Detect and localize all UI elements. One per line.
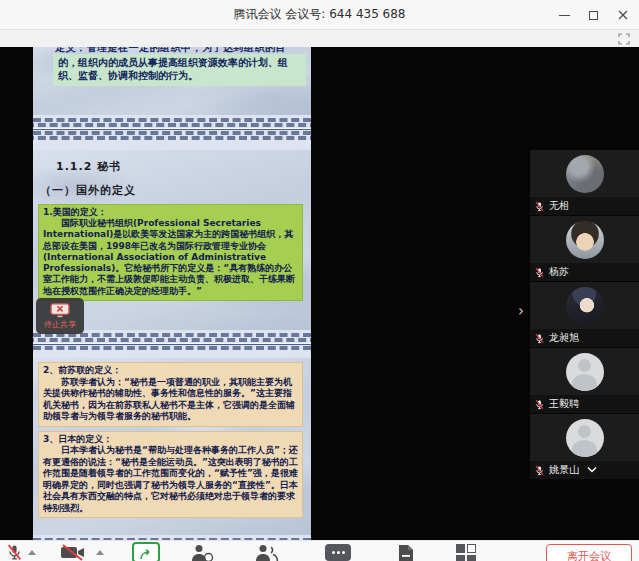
video-area (530, 282, 639, 329)
video-area (530, 348, 639, 395)
participant-name-bar: 杨苏 (530, 263, 639, 281)
avatar (566, 155, 604, 193)
square-icon (467, 555, 476, 561)
arrow-up-icon (28, 550, 36, 555)
fullscreen-icon (618, 33, 630, 45)
participant-name: 姚景山 (549, 463, 579, 477)
participant-name: 王毅聘 (549, 397, 579, 411)
members-icon (254, 544, 280, 561)
participant-name-bar: 姚景山 (530, 461, 639, 479)
avatar (566, 353, 604, 391)
participant-name: 杨苏 (549, 265, 569, 279)
slide3-box1-heading: 2、前苏联的定义： (43, 365, 298, 377)
slide3-japan-box: 3、日本的定义： 日本学者认为秘书是“帮助与处理各种事务的工作人员”；还有更通俗… (38, 431, 303, 519)
camera-button[interactable] (60, 544, 86, 561)
mic-button[interactable] (6, 544, 23, 561)
square-icon (456, 544, 465, 553)
square-icon (456, 555, 465, 561)
dot-icon (332, 551, 335, 554)
slide-1: 定义：管理是在一定的组织中，为了达到组织的目 的，组织内的成员从事提高组织资源效… (33, 47, 311, 115)
slide3-box2-body: 日本学者认为秘书是“帮助与处理各种事务的工作人员”；还有更通俗的说法：“秘书是全… (43, 445, 298, 514)
leave-meeting-button[interactable]: 离开会议 (546, 544, 632, 561)
slide-3: 2、前苏联的定义： 苏联学者认为：“秘书是一项普通的职业，其职能主要为机关提供称… (33, 358, 311, 535)
video-area (530, 216, 639, 263)
leave-meeting-label: 离开会议 (567, 549, 611, 561)
camera-muted-icon (60, 544, 86, 561)
participant-name: 龙昶旭 (549, 331, 579, 345)
mic-muted-icon (534, 465, 545, 476)
close-icon (618, 10, 628, 20)
mic-muted-icon (6, 544, 23, 561)
slide2-subtitle: （一）国外的定义 (40, 183, 311, 198)
maximize-icon (589, 11, 598, 20)
mic-muted-icon (534, 267, 545, 278)
video-area (530, 150, 639, 197)
slide-divider (33, 330, 311, 358)
participant-tile-yangsu[interactable]: 杨苏 (530, 216, 639, 281)
arrow-up-icon (96, 550, 104, 555)
members-button[interactable] (254, 544, 280, 561)
participant-name: 无相 (549, 199, 569, 213)
window-title: 腾讯会议 会议号: 644 435 688 (233, 6, 405, 23)
participant-tile-longchangxu[interactable]: 龙昶旭 (530, 282, 639, 347)
minimize-icon (559, 15, 570, 16)
avatar (566, 419, 604, 457)
docs-button[interactable] (398, 544, 414, 561)
shared-screen-strip (0, 30, 639, 47)
share-screen-active-icon (139, 549, 153, 561)
document-icon (398, 544, 414, 561)
slide2-definition-box: 1.美国的定义： 国际职业秘书组织(Professional Secretari… (38, 204, 303, 301)
shared-slides: 定义：管理是在一定的组织中，为了达到组织的目 的，组织内的成员从事提高组织资源效… (33, 47, 311, 544)
bottom-toolbar: 离开会议 (0, 540, 639, 561)
dot-icon (337, 551, 340, 554)
window-controls (550, 0, 637, 30)
slide3-box2-heading: 3、日本的定义： (43, 434, 298, 446)
invite-button[interactable] (190, 544, 214, 561)
slide2-box-heading: 1.美国的定义： (43, 207, 298, 218)
participant-tile-yaojingshan[interactable]: 姚景山 (530, 414, 639, 479)
video-area (530, 414, 639, 461)
sidebar-collapse-button[interactable]: › (512, 300, 530, 322)
mic-muted-icon (534, 399, 545, 410)
stop-share-icon (50, 303, 70, 318)
slide3-soviet-box: 2、前苏联的定义： 苏联学者认为：“秘书是一项普通的职业，其职能主要为机关提供称… (38, 362, 303, 427)
stop-share-label: 停止共享 (44, 319, 76, 330)
minimize-button[interactable] (550, 0, 579, 30)
camera-options-button[interactable] (96, 550, 104, 555)
avatar (566, 287, 604, 325)
participant-name-bar: 王毅聘 (530, 395, 639, 413)
slide1-body: 的，组织内的成员从事提高组织资源效率的计划、组织、监督、协调和控制的行为。 (58, 57, 288, 81)
share-screen-button[interactable] (132, 542, 160, 561)
slide2-box-body: 国际职业秘书组织(Professional Secretaries Intern… (43, 218, 298, 297)
chevron-down-icon (586, 466, 598, 474)
maximize-button[interactable] (579, 0, 608, 30)
slide1-clipped-line: 定义：管理是在一定的组织中，为了达到组织的目 (55, 47, 303, 54)
mic-muted-icon (534, 333, 545, 344)
participant-name-bar: 龙昶旭 (530, 329, 639, 347)
more-button[interactable] (325, 544, 351, 561)
invite-person-icon (190, 544, 214, 561)
slide-divider (33, 115, 311, 150)
slide1-text-box: 的，组织内的成员从事提高组织资源效率的计划、组织、监督、协调和控制的行为。 (53, 54, 306, 86)
fullscreen-button[interactable] (616, 31, 632, 46)
close-button[interactable] (608, 0, 637, 30)
participant-name-bar: 无相 (530, 197, 639, 215)
mic-muted-icon (534, 201, 545, 212)
chevron-right-icon: › (518, 302, 524, 320)
square-outline-icon (467, 544, 476, 553)
expand-list-button[interactable] (586, 466, 598, 474)
title-bar: 腾讯会议 会议号: 644 435 688 (0, 0, 639, 30)
slide2-title: 1.1.2 秘书 (56, 159, 311, 174)
mic-options-button[interactable] (28, 550, 36, 555)
participant-tile-wuxiang[interactable]: 无相 (530, 150, 639, 215)
participant-tile-wangyipin[interactable]: 王毅聘 (530, 348, 639, 413)
apps-button[interactable] (456, 544, 476, 561)
slide3-box1-body: 苏联学者认为：“秘书是一项普通的职业，其职能主要为机关提供称作秘书的辅助性、事务… (43, 377, 298, 423)
dot-icon (342, 551, 345, 554)
avatar (566, 221, 604, 259)
stop-share-button[interactable]: 停止共享 (36, 298, 84, 334)
participant-list: 无相 杨苏 龙昶旭 王毅聘 (530, 150, 639, 480)
